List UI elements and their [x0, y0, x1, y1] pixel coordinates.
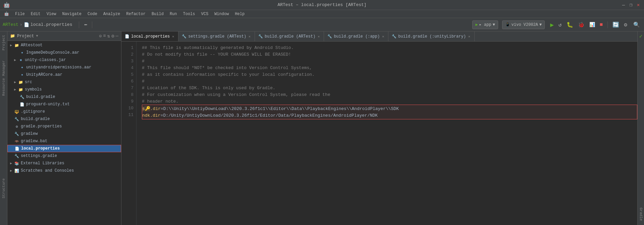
tree-item-unityarcore[interactable]: ● UnityARCore.aar [7, 71, 121, 78]
tree-label-build-gradle: build.gradle [21, 117, 50, 121]
tab-build-gradle-unity[interactable]: 🔧 build.gradle (:unityLibrary) ✕ [388, 32, 475, 42]
project-label: Project [17, 34, 34, 39]
project-dropdown-arrow[interactable]: ▼ [36, 34, 38, 38]
menu-refactor[interactable]: Refactor [123, 11, 148, 17]
menu-window[interactable]: Window [212, 11, 231, 17]
aar-icon2: ● [19, 65, 25, 70]
settings-button[interactable]: ⚙ [623, 21, 629, 29]
hide-icon[interactable]: — [116, 33, 118, 39]
tab-close-settings[interactable]: ✕ [248, 34, 251, 39]
run-config-icon: ▶ [475, 22, 478, 27]
tab-icon-local-props: 📄 [125, 34, 129, 39]
device-icon: 📱 [505, 22, 510, 27]
tab-build-gradle-artest[interactable]: 🔧 build.gradle (ARTest) ✕ [255, 32, 324, 42]
line-num-3: 3 [121, 58, 136, 64]
attach-button[interactable]: 🐞 [577, 21, 586, 29]
sort-icon[interactable]: ⇅ [107, 33, 110, 39]
device-arrow: ▼ [539, 22, 542, 27]
tree-item-ingame[interactable]: ● IngameDebugConsole.aar [7, 49, 121, 56]
tree-item-gradle-props[interactable]: ⚙ gradle.properties [7, 123, 121, 130]
menu-navigate[interactable]: Navigate [59, 11, 84, 17]
tree-item-src[interactable]: ▶ 📁 src [7, 78, 121, 86]
line-num-6: 6 [121, 78, 136, 85]
sdk-rest-key: .dir [150, 106, 161, 111]
tree-item-build-gradle[interactable]: 🔧 build.gradle [7, 115, 121, 123]
debug-button[interactable]: 🐛 [565, 21, 575, 29]
scope-icon[interactable]: ⊙ [99, 33, 102, 39]
tree-item-artest[interactable]: ▶ 📁 ARtestoot [7, 42, 121, 49]
minimize-button[interactable]: — [621, 3, 626, 7]
run-button[interactable]: ▶ [549, 20, 555, 29]
breadcrumb-file[interactable]: local.properties [31, 22, 72, 27]
tab-close-build-unity[interactable]: ✕ [468, 34, 471, 39]
toolbar-back-btn[interactable]: ⬅ [83, 21, 89, 29]
profile-button[interactable]: 📊 [588, 21, 596, 28]
tree-item-gitignore[interactable]: 🔱 .gitignore [7, 108, 121, 115]
line-num-7: 7 [121, 85, 136, 91]
breadcrumb-project[interactable]: ARTest [3, 22, 18, 27]
tree-item-symbols[interactable]: ▶ 📁 symbols [7, 86, 121, 93]
tab-label-build-unity: build.gradle (:unityLibrary) [398, 34, 466, 39]
title-bar: 🤖 ARTest – local.properties [ARTest] — ❐… [0, 0, 644, 10]
close-button[interactable]: ✕ [636, 3, 641, 7]
tree-item-proguard[interactable]: 📄 proguard-unity.txt [7, 101, 121, 108]
menu-view[interactable]: View [44, 11, 59, 17]
device-label: vivo V2002A [512, 22, 538, 27]
tree-item-gradlew-bat[interactable]: 🦇 gradlew.bat [7, 137, 121, 145]
code-area[interactable]: ## This file is automatically generated … [137, 42, 637, 225]
tree-item-settings-gradle[interactable]: 🔧 settings.gradle [7, 152, 121, 160]
code-line-2: # Do not modify this file -- YOUR CHANGE… [142, 51, 637, 58]
sdk-equals: =D:\\Unity\\UntiyDownLoad\\2020.3.26f1c1… [161, 106, 399, 111]
tree-item-build-gradle-sub[interactable]: 🔧 build.gradle [7, 93, 121, 101]
tab-label-settings: settings.gradle (ARTest) [188, 34, 246, 39]
tree-item-gradlew[interactable]: 🔧 gradlew [7, 130, 121, 137]
run-config-selector[interactable]: ▶ ▸ app ▼ [472, 20, 498, 29]
menu-run[interactable]: Run [167, 11, 180, 17]
comment-1: ## This file is automatically generated … [142, 45, 293, 50]
scratches-icon: 📊 [14, 168, 19, 173]
tree-item-unity-classes[interactable]: ▶ ■ unity-classes.jar [7, 56, 121, 64]
menu-android-icon[interactable]: 🤖 [1, 11, 12, 17]
sidebar-project-label[interactable]: Project [2, 33, 6, 52]
menu-analyze[interactable]: Analyze [101, 11, 123, 17]
tab-settings-gradle[interactable]: 🔧 settings.gradle (ARTest) ✕ [178, 32, 255, 42]
tree-item-scratches[interactable]: ▶ 📊 Scratches and Consoles [7, 167, 121, 174]
sdk-icon: 🔑 [145, 106, 150, 111]
code-line-11: ndk.dir=D:/Unity/UntiyDownLoad/2020.3.26… [142, 112, 637, 119]
menu-build[interactable]: Build [149, 11, 166, 17]
line-num-2: 2 [121, 51, 136, 58]
comment-9: # header note. [142, 99, 178, 104]
breadcrumb: ARTest › 📄 local.properties [3, 22, 72, 27]
sidebar-resource-manager-label[interactable]: Resource Manager [2, 59, 6, 97]
menu-file[interactable]: File [12, 11, 28, 17]
tab-close-local-props[interactable]: ✕ [171, 34, 175, 39]
sidebar-structure-label[interactable]: Structure [2, 178, 6, 198]
app-icon: 🤖 [3, 2, 10, 8]
collapse-icon[interactable]: ≡ [103, 33, 106, 39]
sync-button[interactable]: 🔄 [611, 21, 621, 29]
tree-label-ingame: IngameDebugConsole.aar [26, 50, 79, 55]
search-button[interactable]: 🔍 [632, 21, 641, 29]
gradlew-icon: 🔧 [14, 131, 19, 136]
menu-code[interactable]: Code [85, 11, 100, 17]
tab-close-build-app[interactable]: ✕ [381, 34, 385, 39]
tree-item-local-props[interactable]: 📄 local.properties [7, 145, 121, 152]
settings-icon[interactable]: ⚙ [111, 33, 114, 39]
project-tree: ▶ 📁 ARtestoot ● IngameDebugConsole.aar ▶… [7, 41, 121, 225]
device-selector[interactable]: 📱 vivo V2002A ▼ [502, 20, 545, 29]
maximize-button[interactable]: ❐ [629, 3, 633, 7]
menu-vcs[interactable]: VCS [199, 11, 211, 17]
tab-local-props[interactable]: 📄 local.properties ✕ [121, 32, 178, 42]
menu-tools[interactable]: Tools [180, 11, 198, 17]
tree-item-unityandroid[interactable]: ● unityandroidpermissions.aar [7, 64, 121, 71]
menu-help[interactable]: Help [232, 11, 247, 17]
menu-edit[interactable]: Edit [28, 11, 43, 17]
stop-button[interactable]: ■ [598, 21, 604, 29]
tab-label-build-artest: build.gradle (ARTest) [265, 34, 315, 39]
rerun-button[interactable]: ↺ [557, 21, 563, 29]
gradle-label[interactable]: Gradle [638, 205, 644, 224]
tree-item-ext-libs[interactable]: ▶ 📚 External Libraries [7, 160, 121, 167]
jar-icon: ■ [18, 57, 23, 63]
tab-build-gradle-app[interactable]: 🔧 build.gradle (:app) ✕ [324, 32, 388, 42]
tab-close-build-artest[interactable]: ✕ [317, 34, 320, 39]
